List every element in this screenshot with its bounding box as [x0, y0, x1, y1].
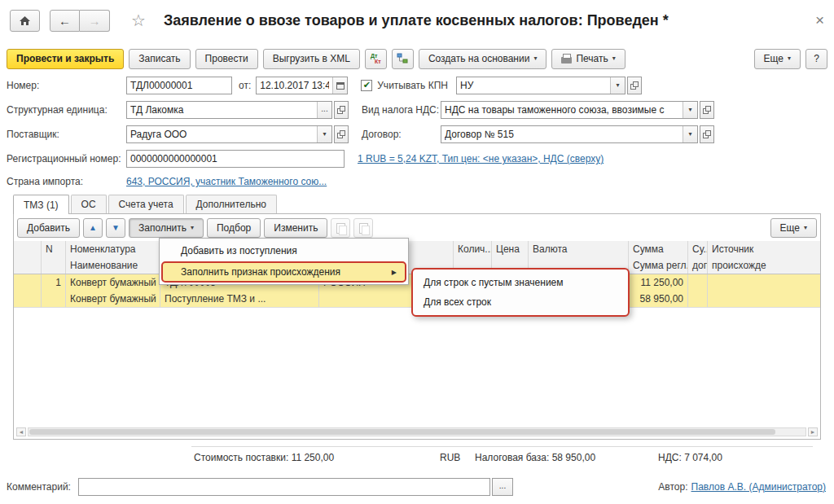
home-button[interactable] [10, 10, 40, 32]
grid-more-label: Еще [780, 222, 800, 234]
exchange-rate-link[interactable]: 1 RUB = 5,24 KZT, Тип цен: <не указан>, … [358, 153, 604, 164]
cell-n[interactable]: 1 [42, 274, 66, 291]
menu-item-fill-origin[interactable]: Заполнить признак происхождения ▶ [161, 261, 406, 283]
header-price: Цена [492, 241, 529, 257]
kpn-open-button[interactable] [627, 77, 642, 94]
vat-kind-open-button[interactable] [700, 101, 714, 119]
grid-more-button[interactable]: Еще▾ [770, 218, 817, 238]
contract-open-button[interactable] [700, 125, 714, 143]
move-down-button[interactable]: ▼ [106, 218, 125, 238]
back-button[interactable]: ← [50, 10, 80, 32]
unit-input[interactable] [127, 102, 317, 118]
cell-sum-regl[interactable]: 58 950,00 [629, 291, 688, 307]
export-xml-button[interactable]: Выгрузить в XML [263, 49, 360, 69]
kpn-checkbox[interactable]: ✔ [361, 80, 372, 91]
chevron-down-icon: ▾ [616, 82, 619, 89]
author-label: Автор: [658, 481, 687, 493]
create-based-on-button[interactable]: Создать на основании▾ [419, 49, 547, 69]
header-marker [14, 241, 42, 257]
cell-dop[interactable] [688, 291, 708, 307]
comment-input[interactable] [79, 479, 489, 495]
scrollbar-thumb[interactable] [29, 429, 775, 435]
scroll-left-button[interactable]: ◄ [16, 427, 26, 436]
cell-nomenclature[interactable]: Конверт бумажный [66, 274, 160, 291]
form-row-supplier: Поставщик: ▾ Договор: ▾ [7, 125, 827, 143]
favorites-star-icon[interactable]: ☆ [131, 11, 146, 30]
header-qty: Колич... [454, 241, 492, 257]
add-row-button[interactable]: Добавить [17, 218, 80, 238]
fill-dropdown-menu: Добавить из поступления Заполнить призна… [159, 238, 409, 285]
change-button[interactable]: Изменить [264, 218, 327, 238]
pick-button[interactable]: Подбор [207, 218, 261, 238]
cell-name[interactable]: Конверт бумажный [66, 291, 160, 307]
post-and-close-button[interactable]: Провести и закрыть [7, 49, 124, 69]
chevron-down-icon: ▾ [191, 225, 194, 231]
supplier-input[interactable] [127, 126, 317, 142]
dtkt-button[interactable]: ДтКт [365, 49, 387, 69]
tab-os[interactable]: ОС [71, 195, 107, 213]
scrollbar-track[interactable] [28, 427, 806, 436]
cell-marker2[interactable] [14, 291, 42, 307]
copy-rows-button[interactable] [331, 218, 350, 238]
date-input[interactable] [257, 77, 332, 94]
fill-origin-submenu: Для строк с пустым значением Для всех ст… [411, 268, 630, 317]
move-up-button[interactable]: ▲ [83, 218, 103, 238]
vat-kind-combo[interactable]: ▾ [441, 101, 698, 119]
related-documents-button[interactable] [392, 49, 414, 69]
tab-accounts[interactable]: Счета учета [108, 195, 184, 213]
vat-kind-input[interactable] [441, 102, 683, 118]
unit-open-button[interactable] [334, 101, 349, 119]
author-link[interactable]: Павлов А.В. (Администратор) [691, 481, 827, 493]
reg-number-input[interactable] [127, 151, 344, 167]
cell-source[interactable] [708, 274, 820, 291]
kpn-type-input[interactable] [457, 77, 610, 94]
cell-source-b[interactable] [708, 291, 820, 307]
unit-select-button[interactable]: ... [317, 102, 331, 118]
kpn-type-combo[interactable]: ▾ [456, 77, 626, 94]
kpn-dropdown-button[interactable]: ▾ [610, 77, 625, 94]
supplier-dropdown-button[interactable]: ▾ [317, 126, 331, 142]
date-field[interactable] [256, 77, 348, 94]
reg-number-field[interactable] [126, 150, 345, 168]
supplier-open-button[interactable] [334, 125, 349, 143]
forward-button[interactable]: → [80, 10, 110, 32]
close-button[interactable]: × [815, 11, 824, 29]
contract-label: Договор: [362, 129, 441, 140]
tab-additional[interactable]: Дополнительно [186, 195, 277, 213]
vat-kind-dropdown-button[interactable]: ▾ [683, 102, 697, 118]
contract-dropdown-button[interactable]: ▾ [683, 126, 697, 142]
cell-su[interactable] [688, 274, 708, 291]
more-button[interactable]: Еще▾ [754, 49, 801, 69]
comment-expand-button[interactable]: ... [492, 478, 513, 496]
supplier-combo[interactable]: ▾ [126, 125, 332, 143]
comment-field[interactable] [78, 478, 490, 496]
help-button[interactable]: ? [805, 49, 827, 69]
scroll-right-button[interactable]: ► [808, 427, 818, 436]
horizontal-scrollbar[interactable]: ◄ ► [16, 427, 818, 437]
paste-rows-button[interactable] [353, 218, 373, 238]
number-input[interactable] [127, 77, 231, 94]
cell-sum[interactable]: 11 250,00 [629, 274, 688, 291]
move-up-icon: ▲ [89, 224, 97, 232]
number-field[interactable] [126, 77, 232, 94]
calendar-button[interactable] [332, 77, 347, 94]
open-icon [630, 81, 639, 90]
header-su: Су... [688, 241, 708, 257]
contract-input[interactable] [441, 126, 683, 142]
print-button[interactable]: Печать▾ [551, 49, 625, 69]
post-button[interactable]: Провести [195, 49, 258, 69]
import-country-link[interactable]: 643, РОССИЯ, участник Таможенного сою... [126, 176, 327, 187]
tab-tmz[interactable]: ТМЗ (1) [13, 195, 69, 214]
save-button[interactable]: Записать [129, 49, 190, 69]
cell-marker[interactable] [14, 274, 42, 291]
contract-combo[interactable]: ▾ [441, 125, 698, 143]
menu-item-add-from-receipt[interactable]: Добавить из поступления [161, 240, 406, 261]
fill-button[interactable]: Заполнить▾ [129, 218, 204, 238]
unit-field[interactable]: ... [126, 101, 332, 119]
submenu-item-empty-rows[interactable]: Для строк с пустым значением [413, 273, 628, 292]
cell-doc2[interactable]: Поступление ТМЗ и ... [160, 291, 319, 307]
cell-n2[interactable] [42, 291, 66, 307]
author-block: Автор: Павлов А.В. (Администратор) [658, 481, 826, 493]
submenu-item-all-rows[interactable]: Для всех строк [413, 292, 628, 312]
import-country-label: Страна импорта: [7, 176, 126, 187]
